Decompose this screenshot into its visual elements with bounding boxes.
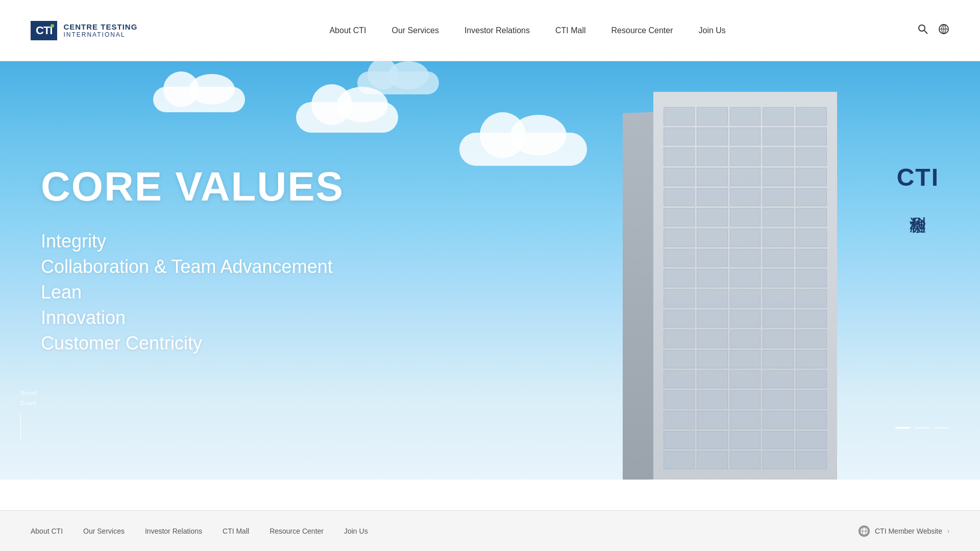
hero-values-list: Integrity Collaboration & Team Advanceme… xyxy=(41,231,344,354)
window-cell xyxy=(763,451,794,469)
window-cell xyxy=(796,451,827,469)
logo-badge: CTI xyxy=(31,21,57,40)
logo[interactable]: CTI CENTRE TESTING INTERNATIONAL xyxy=(31,21,137,40)
window-cell xyxy=(763,431,794,449)
window-cell xyxy=(730,289,761,308)
window-cell xyxy=(664,269,695,287)
window-cell xyxy=(796,147,827,166)
window-cell xyxy=(763,269,794,287)
window-cell xyxy=(697,229,728,247)
window-cell xyxy=(697,147,728,166)
window-cell xyxy=(763,411,794,429)
window-cell xyxy=(796,289,827,308)
window-cell xyxy=(730,411,761,429)
window-cell xyxy=(796,330,827,348)
nav-join[interactable]: Join Us xyxy=(699,26,726,35)
building-cti-logo: CTI xyxy=(897,163,939,191)
value-lean: Lean xyxy=(41,282,344,303)
scroll-down-indicator[interactable]: Scroll Down xyxy=(20,390,38,439)
window-cell xyxy=(730,147,761,166)
window-cell xyxy=(664,107,695,126)
window-cell xyxy=(697,411,728,429)
window-cell xyxy=(697,431,728,449)
window-cell xyxy=(730,208,761,227)
window-cell xyxy=(796,249,827,267)
window-cell xyxy=(730,249,761,267)
footer-member-website[interactable]: CTI Member Website › xyxy=(859,525,949,537)
logo-cti-text: CTI xyxy=(36,24,52,37)
slide-indicator xyxy=(895,427,949,429)
window-cell xyxy=(796,229,827,247)
window-cell xyxy=(796,350,827,368)
footer-nav-mall[interactable]: CTI Mall xyxy=(223,527,249,535)
footer-nav: About CTI Our Services Investor Relation… xyxy=(31,527,368,535)
window-cell xyxy=(730,350,761,368)
hero-section: CTI 华测检测 CORE VALUES Integrity Collabora… xyxy=(0,61,980,480)
window-cell xyxy=(697,208,728,227)
globe-small-icon xyxy=(860,527,869,536)
window-cell xyxy=(796,168,827,186)
site-header: CTI CENTRE TESTING INTERNATIONAL About C… xyxy=(0,0,980,61)
value-collaboration: Collaboration & Team Advancement xyxy=(41,256,344,278)
nav-services[interactable]: Our Services xyxy=(391,26,438,35)
window-cell xyxy=(763,147,794,166)
window-cell xyxy=(763,330,794,348)
footer-nav-join[interactable]: Join Us xyxy=(344,527,368,535)
site-footer: About CTI Our Services Investor Relation… xyxy=(0,510,980,551)
window-cell xyxy=(664,390,695,409)
window-cell xyxy=(664,370,695,389)
window-cell xyxy=(664,147,695,166)
window-cell xyxy=(664,350,695,368)
window-cell xyxy=(796,390,827,409)
footer-globe-icon xyxy=(859,525,870,537)
cloud-1 xyxy=(296,102,398,133)
window-cell xyxy=(730,431,761,449)
nav-investor[interactable]: Investor Relations xyxy=(464,26,530,35)
slide-dot-3[interactable] xyxy=(934,427,949,429)
window-cell xyxy=(664,411,695,429)
footer-nav-services[interactable]: Our Services xyxy=(83,527,125,535)
window-cell xyxy=(763,350,794,368)
window-cell xyxy=(730,107,761,126)
window-cell xyxy=(763,128,794,146)
window-cell xyxy=(697,390,728,409)
value-innovation: Innovation xyxy=(41,307,344,329)
footer-nav-about[interactable]: About CTI xyxy=(31,527,63,535)
language-button[interactable] xyxy=(938,23,949,37)
window-cell xyxy=(763,107,794,126)
nav-mall[interactable]: CTI Mall xyxy=(555,26,586,35)
nav-about[interactable]: About CTI xyxy=(329,26,366,35)
slide-dot-1[interactable] xyxy=(895,427,911,429)
window-cell xyxy=(697,330,728,348)
nav-resource[interactable]: Resource Center xyxy=(611,26,673,35)
window-cell xyxy=(697,289,728,308)
footer-nav-investor[interactable]: Investor Relations xyxy=(145,527,202,535)
scroll-label-line2: Down xyxy=(20,400,37,406)
window-cell xyxy=(763,168,794,186)
window-cell xyxy=(796,310,827,328)
slide-dot-2[interactable] xyxy=(915,427,930,429)
hero-content: CORE VALUES Integrity Collaboration & Te… xyxy=(41,163,344,354)
window-cell xyxy=(697,249,728,267)
window-cell xyxy=(796,269,827,287)
footer-chevron-icon: › xyxy=(947,528,949,535)
window-cell xyxy=(796,431,827,449)
svg-point-0 xyxy=(919,25,925,31)
footer-nav-resource[interactable]: Resource Center xyxy=(270,527,324,535)
window-cell xyxy=(763,229,794,247)
hero-title: CORE VALUES xyxy=(41,163,344,210)
window-cell xyxy=(763,208,794,227)
window-cell xyxy=(730,310,761,328)
window-cell xyxy=(730,128,761,146)
search-button[interactable] xyxy=(918,24,928,37)
window-cell xyxy=(664,188,695,207)
window-cell xyxy=(664,310,695,328)
window-cell xyxy=(697,269,728,287)
window-cell xyxy=(730,451,761,469)
window-cell xyxy=(796,411,827,429)
building-image: CTI 华测检测 xyxy=(597,61,980,480)
window-cell xyxy=(730,269,761,287)
green-dot-icon xyxy=(51,24,54,28)
logo-line2: INTERNATIONAL xyxy=(63,31,137,38)
window-cell xyxy=(730,168,761,186)
